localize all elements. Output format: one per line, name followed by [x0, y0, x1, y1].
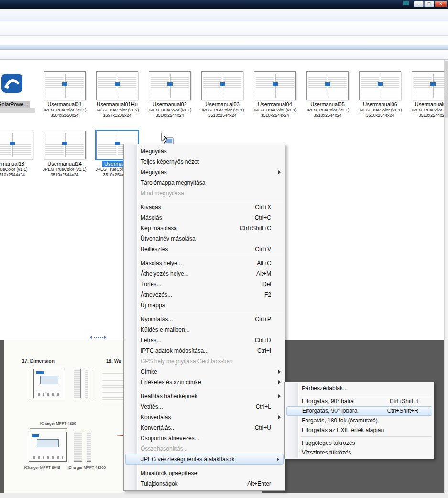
menu-item-vetites[interactable]: Vetítés...Ctrl+L: [124, 401, 284, 412]
thumbnail-filename: Usermanual01: [45, 101, 84, 108]
menu-item-masolas-helye[interactable]: Másolás helye...Alt+C: [124, 258, 284, 268]
menu-item-ertekeles-es-szin-cimke[interactable]: Értékelés és szín címke: [124, 377, 284, 387]
menu-item-parbeszedablak[interactable]: Párbeszédablak...: [285, 384, 433, 393]
document-thumbnail[interactable]: [0, 124, 38, 159]
thumbnail-item-usermanual01[interactable]: Usermanual01JPEG TrueColor (v1.1)3504x25…: [38, 65, 91, 118]
menu-item-label: Elforgatás, 90° balra: [302, 397, 354, 406]
menu-item-elforgatas-az-exif-ertek-alapjan[interactable]: Elforgatás az EXIF érték alapján: [285, 425, 433, 435]
scrollbar-thumb[interactable]: [445, 61, 448, 118]
device-terminals: [38, 393, 61, 396]
document-thumbnail[interactable]: [196, 65, 249, 100]
menu-item-nyomtatas[interactable]: Nyomtatás...Ctrl+P: [124, 314, 284, 324]
device-side-view: [85, 369, 88, 398]
minimize-button[interactable]: –: [414, 1, 424, 7]
menu-item-iptc-adatok-modositasa[interactable]: IPTC adatok módosítása...Ctrl+I: [124, 345, 284, 356]
menu-item-shortcut: Del: [251, 279, 271, 289]
menu-item-athelyezes-helye[interactable]: Áthelyezés helye...Alt+M: [124, 268, 284, 279]
menu-item-leiras[interactable]: Leírás...Ctrl+D: [124, 335, 284, 345]
maximize-button[interactable]: □: [424, 1, 434, 7]
menu-item-utvonalnev-masolasa[interactable]: Útvonalnév másolása: [124, 233, 284, 244]
menu-item-konvertalas[interactable]: Konvertálás: [124, 412, 284, 422]
menu-item-shortcut: Alt+M: [245, 269, 271, 279]
menu-item-megnyitas[interactable]: Megnyitás: [124, 167, 284, 177]
menu-item-forgatas-180-fok-oramutato[interactable]: Forgatás, 180 fok (óramutató): [285, 416, 433, 425]
menu-item-label: JPEG veszteségmentes átalakítások: [141, 454, 234, 465]
document-pages-preview: [149, 71, 191, 100]
titlebar-accent: [403, 1, 409, 5]
thumbnail-item-usermanual03[interactable]: Usermanual03JPEG TrueColor (v1.1)3510x25…: [196, 65, 249, 118]
page-text-column: [102, 369, 124, 402]
menu-item-kivagas[interactable]: KivágásCtrl+X: [124, 202, 284, 212]
menu-item-label: IPTC adatok módosítása...: [141, 346, 208, 356]
thumbnail-format: JPEG TrueColor (v1.1): [200, 108, 244, 113]
document-thumbnail[interactable]: [249, 65, 301, 100]
thumbnail-item-rmanual13[interactable]: rmanual13TrueColor (v1.1)510x2544x24: [0, 124, 38, 177]
menu-item-label: Függőleges tükrözés: [302, 439, 355, 448]
menu-item-torles[interactable]: Törlés...Del: [124, 279, 284, 289]
splitter-handle[interactable]: [90, 336, 106, 339]
thumbnail-item-usermanual14[interactable]: Usermanual14JPEG TrueColor (v1.1)3510x25…: [38, 124, 91, 177]
menu-item-shortcut: Ctrl+P: [243, 314, 271, 324]
thumbnail-item-llsolarpowe[interactable]: llSolarPowe...: [0, 65, 38, 118]
thumbnail-item-usermanual0[interactable]: Usermanual0...JPEG TrueColor (v1.1)3510x…: [406, 65, 448, 118]
menu-item-cimke[interactable]: Címke: [124, 366, 284, 377]
document-thumbnail[interactable]: [38, 124, 91, 159]
menu-item-tarolomappa-megnyitasa[interactable]: Tárolómappa megnyitása: [124, 177, 284, 188]
menu-item-beallitas-hatterkepnek[interactable]: Beállítás háttérképnek: [124, 391, 284, 401]
dimension-line: [30, 428, 67, 429]
document-thumbnail[interactable]: [354, 65, 406, 100]
menu-item-label: Másolás helye...: [141, 258, 182, 268]
app-logo-thumbnail[interactable]: [0, 65, 38, 100]
menu-item-uj-mappa[interactable]: Új mappa: [124, 300, 284, 310]
thumbnail-row: rmanual13TrueColor (v1.1)510x2544x24User…: [0, 124, 143, 177]
menu-item-vizszintes-tukrozes[interactable]: Vízszintes tükrözés: [285, 448, 433, 457]
menu-item-kuldes-e-mailben[interactable]: Küldés e-mailben...: [124, 324, 284, 335]
menu-item-tulajdonsagok[interactable]: TulajdonságokAlt+Enter: [124, 478, 284, 489]
menu-item-elforgatas-90-jobbra[interactable]: Elforgatás, 90° jobbraCtrl+Shift+R: [286, 406, 432, 416]
document-thumbnail[interactable]: [301, 65, 354, 100]
device-front-view: [33, 369, 65, 398]
brand-logo-chip: [32, 434, 39, 437]
device-screen: [37, 439, 59, 447]
thumbnail-item-usermanual06[interactable]: Usermanual06JPEG TrueColor (v1.1)3510x25…: [354, 65, 406, 118]
menu-item-atnevezes[interactable]: Átnevezés...F2: [124, 289, 284, 300]
thumbnail-item-usermanual04[interactable]: Usermanual04JPEG TrueColor (v1.1)3510x25…: [249, 65, 301, 118]
thumbnail-item-usermanual02[interactable]: Usermanual02JPEG TrueColor (v1.1)3510x25…: [143, 65, 196, 118]
preview-caption: iCharger MPPT 4860: [16, 421, 100, 426]
thumbnail-item-usermanual05[interactable]: Usermanual05JPEG TrueColor (v1.1)3510x25…: [301, 65, 354, 118]
thumbnail-item-usermanual01hu[interactable]: Usermanual01HuJPEG TrueColor (v1.2)1657x…: [91, 65, 143, 118]
document-thumbnail[interactable]: [91, 65, 143, 100]
menu-item-megnyitas[interactable]: Megnyitás: [124, 146, 284, 156]
thumbnail-dimensions: 3510x2544x24: [313, 113, 341, 118]
thumbnail-row: llSolarPowe...Usermanual01JPEG TrueColor…: [0, 65, 448, 118]
menu-item-kep-masolasa[interactable]: Kép másolásaCtrl+Shift+C: [124, 223, 284, 233]
close-button[interactable]: ×: [435, 1, 447, 7]
submenu-arrow-icon: [278, 370, 281, 374]
toolbar[interactable]: [0, 21, 448, 36]
menu-item-masolas[interactable]: MásolásCtrl+C: [124, 212, 284, 223]
document-pages-preview: [412, 71, 448, 100]
menu-separator: [140, 466, 283, 466]
menu-item-beillesztes[interactable]: BeillesztésCtrl+V: [124, 244, 284, 255]
menu-item-miniaturok-ujraepitese[interactable]: Miniatűrök újraépítése: [124, 468, 284, 478]
menu-item-jpeg-vesztesegmentes-atalakitasok[interactable]: JPEG veszteségmentes átalakítások: [125, 454, 284, 465]
thumbnail-dimensions: 3510x2544x24: [418, 113, 447, 118]
menu-item-shortcut: Ctrl+Shift+C: [229, 223, 271, 233]
document-thumbnail[interactable]: [143, 65, 196, 100]
menu-bar[interactable]: [0, 9, 448, 21]
menu-item-konvertalas[interactable]: Konvertálás...Ctrl+U: [124, 422, 284, 433]
menu-item-elforgatas-90-balra[interactable]: Elforgatás, 90° balraCtrl+Shift+L: [285, 397, 433, 406]
titlebar[interactable]: – □ ×: [0, 0, 448, 9]
thumbnail-filename: rmanual13: [0, 161, 26, 167]
brand-logo-chip: [36, 371, 44, 374]
menu-separator: [140, 256, 283, 256]
menu-item-label: Áthelyezés helye...: [141, 269, 189, 279]
menu-item-teljes-kepernyos-nezet[interactable]: Teljes képernyős nézet: [124, 156, 284, 167]
menu-item-csoportos-atnevezes[interactable]: Csoportos átnevezés...: [124, 433, 284, 443]
document-thumbnail[interactable]: [406, 65, 448, 100]
menu-item-fuggoleges-tukrozes[interactable]: Függőleges tükrözés: [285, 438, 433, 448]
document-thumbnail[interactable]: [38, 65, 91, 100]
menu-separator: [301, 395, 432, 395]
vertical-scrollbar[interactable]: [444, 60, 448, 493]
menu-item-label: Elforgatás az EXIF érték alapján: [302, 426, 384, 435]
